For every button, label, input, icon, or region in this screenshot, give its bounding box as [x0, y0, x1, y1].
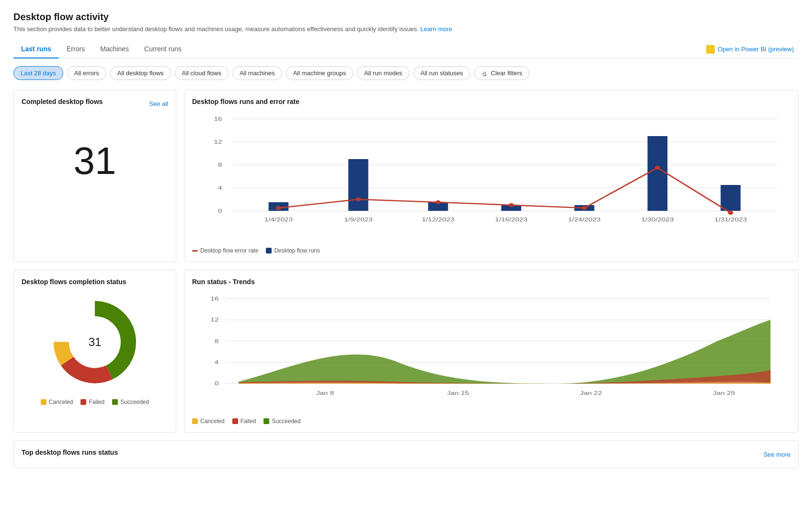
failed-legend-icon — [80, 399, 86, 405]
error-rate-legend-icon — [192, 250, 198, 252]
svg-point-25 — [355, 197, 361, 201]
svg-text:1/16/2023: 1/16/2023 — [495, 217, 527, 222]
desktop-flows-chart: 16 12 8 4 0 — [192, 109, 790, 243]
tab-current-runs[interactable]: Current runs — [137, 40, 189, 58]
tab-machines[interactable]: Machines — [92, 40, 137, 58]
legend-trends-succeeded: Succeeded — [263, 418, 300, 425]
clear-filters-button[interactable]: Clear filters — [474, 66, 530, 80]
completion-status-title: Desktop flows completion status — [22, 278, 168, 286]
legend-trends-canceled: Canceled — [192, 418, 225, 425]
svg-text:Jan 8: Jan 8 — [316, 390, 334, 396]
svg-text:1/9/2023: 1/9/2023 — [344, 217, 372, 222]
svg-point-26 — [435, 200, 441, 204]
trends-succeeded-icon — [263, 418, 269, 424]
svg-text:1/4/2023: 1/4/2023 — [264, 217, 293, 222]
big-number-container: 31 — [22, 113, 168, 209]
svg-text:1/31/2023: 1/31/2023 — [714, 217, 747, 222]
donut-chart-svg: 31 — [47, 294, 143, 390]
canceled-legend-icon — [41, 399, 46, 405]
see-more-link[interactable]: See more — [764, 451, 790, 458]
legend-trends-failed: Failed — [232, 418, 256, 425]
filter-all-machines[interactable]: All machines — [232, 66, 282, 80]
svg-point-29 — [655, 166, 660, 170]
svg-text:1/24/2023: 1/24/2023 — [568, 217, 601, 222]
svg-text:Jan 15: Jan 15 — [447, 390, 469, 396]
filter-last-28-days[interactable]: Last 28 days — [13, 66, 63, 80]
legend-error-rate: Desktop flow error rate — [192, 247, 258, 254]
eraser-icon — [481, 70, 488, 77]
desktop-flows-chart-card: Desktop flows runs and error rate 16 12 … — [184, 90, 799, 262]
filter-all-run-modes[interactable]: All run modes — [357, 66, 409, 80]
svg-text:1/12/2023: 1/12/2023 — [422, 217, 455, 222]
succeeded-legend-icon — [112, 399, 118, 405]
run-status-trends-chart: 16 12 8 4 0 Jan 8 Jan 15 Jan — [192, 289, 790, 414]
svg-text:8: 8 — [218, 162, 222, 168]
powerbi-button[interactable]: ⚡ Open in Power BI (preview) — [701, 42, 799, 57]
powerbi-icon: ⚡ — [706, 45, 715, 54]
top-flows-header: Top desktop flows runs status See more — [22, 449, 790, 460]
trends-failed-icon — [232, 418, 238, 424]
svg-text:31: 31 — [89, 335, 102, 348]
dashboard-grid-row1: Completed desktop flows See all 31 Deskt… — [13, 90, 799, 262]
trends-legend: Canceled Failed Succeeded — [192, 418, 790, 425]
learn-more-link[interactable]: Learn more — [421, 25, 452, 33]
run-status-trends-card: Run status - Trends 16 12 8 4 0 — [184, 270, 799, 433]
top-flows-card: Top desktop flows runs status See more — [13, 440, 799, 468]
svg-text:1/30/2023: 1/30/2023 — [641, 217, 674, 222]
donut-container: 31 — [22, 289, 168, 395]
svg-text:0: 0 — [218, 208, 222, 214]
legend-succeeded: Succeeded — [112, 399, 149, 405]
svg-text:Jan 29: Jan 29 — [713, 390, 735, 396]
tabs-list: Last runs Errors Machines Current runs — [13, 40, 189, 58]
svg-rect-15 — [648, 136, 668, 211]
svg-point-30 — [728, 211, 733, 215]
page-subtitle: This section provides data to better und… — [13, 25, 799, 33]
bar-line-chart-legend: Desktop flow error rate Desktop flow run… — [192, 247, 790, 254]
svg-text:8: 8 — [215, 338, 218, 344]
bar-line-chart-svg: 16 12 8 4 0 — [192, 109, 790, 243]
legend-failed: Failed — [80, 399, 104, 405]
svg-rect-11 — [348, 159, 368, 211]
donut-legend: Canceled Failed Succeeded — [22, 399, 168, 405]
legend-canceled: Canceled — [41, 399, 73, 405]
trends-canceled-icon — [192, 418, 198, 424]
page-container: Desktop flow activity This section provi… — [0, 0, 812, 518]
completion-status-card: Desktop flows completion status 31 — [13, 270, 176, 433]
filter-all-desktop-flows[interactable]: All desktop flows — [110, 66, 171, 80]
svg-text:12: 12 — [211, 317, 219, 323]
dashboard-grid-row2: Desktop flows completion status 31 — [13, 270, 799, 433]
run-status-trends-title: Run status - Trends — [192, 278, 790, 286]
completed-flows-card: Completed desktop flows See all 31 — [13, 90, 176, 262]
svg-text:16: 16 — [214, 116, 222, 122]
completed-flows-header: Completed desktop flows See all — [22, 98, 168, 109]
svg-text:4: 4 — [215, 359, 218, 365]
svg-text:Jan 22: Jan 22 — [580, 390, 602, 396]
svg-text:4: 4 — [218, 185, 222, 191]
completed-flows-title: Completed desktop flows — [22, 98, 103, 105]
tab-last-runs[interactable]: Last runs — [13, 40, 59, 58]
svg-point-24 — [276, 206, 281, 210]
svg-text:0: 0 — [215, 381, 218, 387]
desktop-flows-chart-title: Desktop flows runs and error rate — [192, 98, 790, 105]
completed-flows-count: 31 — [74, 139, 116, 183]
svg-text:16: 16 — [211, 296, 219, 301]
page-title: Desktop flow activity — [13, 12, 799, 23]
legend-flow-runs: Desktop flow runs — [266, 247, 320, 254]
filter-all-cloud-flows[interactable]: All cloud flows — [175, 66, 229, 80]
svg-rect-16 — [721, 185, 741, 211]
flow-runs-legend-icon — [266, 248, 272, 253]
see-all-link[interactable]: See all — [149, 100, 168, 107]
page-header: Desktop flow activity This section provi… — [13, 12, 799, 33]
filter-all-errors[interactable]: All errors — [67, 66, 106, 80]
svg-point-28 — [582, 206, 587, 210]
area-chart-svg: 16 12 8 4 0 Jan 8 Jan 15 Jan — [192, 289, 790, 414]
top-flows-title: Top desktop flows runs status — [22, 449, 118, 456]
filter-row: Last 28 days All errors All desktop flow… — [13, 66, 799, 80]
filter-all-run-statuses[interactable]: All run statuses — [413, 66, 470, 80]
svg-point-27 — [509, 203, 514, 207]
svg-text:12: 12 — [214, 139, 222, 145]
tabs-row: Last runs Errors Machines Current runs ⚡… — [13, 40, 799, 58]
tab-errors[interactable]: Errors — [59, 40, 92, 58]
filter-all-machine-groups[interactable]: All machine groups — [286, 66, 354, 80]
